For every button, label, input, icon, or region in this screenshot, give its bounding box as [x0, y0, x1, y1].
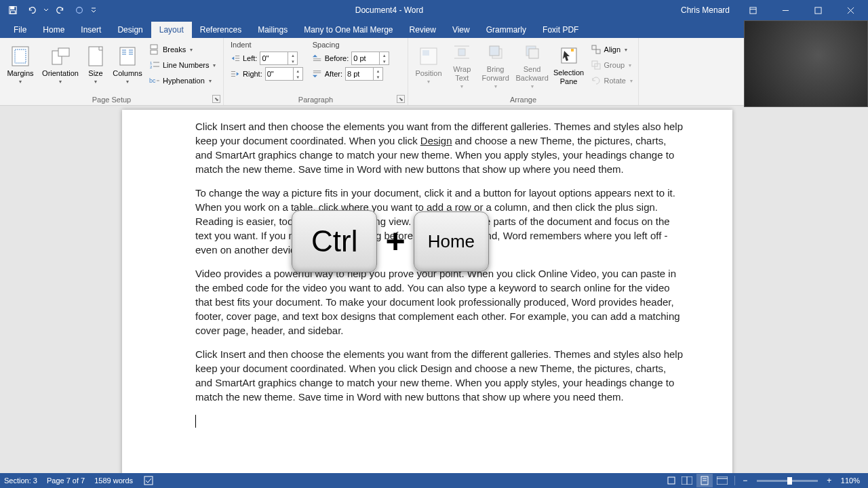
- ribbon-display-options[interactable]: [738, 0, 768, 20]
- svg-rect-52: [596, 49, 600, 54]
- group-label-page-setup: Page Setup: [3, 94, 220, 105]
- line-numbers-icon: 12: [149, 60, 160, 70]
- spacing-before-label: Before:: [325, 54, 349, 62]
- size-button[interactable]: Size▾: [83, 39, 108, 91]
- document-page[interactable]: Click Insert and then choose the element…: [122, 110, 732, 473]
- indent-right-input[interactable]: 0"▲▼: [265, 67, 303, 81]
- close-button[interactable]: [835, 0, 865, 20]
- zoom-percent[interactable]: 110%: [837, 476, 864, 485]
- svg-rect-62: [717, 476, 728, 485]
- group-paragraph: Indent Left: 0"▲▼ Right: 0"▲▼ Spacing Be…: [224, 38, 408, 105]
- rotate-icon: [591, 75, 601, 86]
- spacing-before-input[interactable]: 0 pt▲▼: [351, 52, 389, 65]
- read-mode-button[interactable]: [679, 474, 695, 487]
- bring-forward-button[interactable]: Bring Forward▾: [478, 39, 513, 91]
- status-section[interactable]: Section: 3: [4, 476, 37, 485]
- tab-mail-merge[interactable]: Many to One Mail Merge: [296, 22, 401, 38]
- status-bar: Section: 3 Page 7 of 7 1589 words − + 11…: [0, 473, 868, 488]
- spacing-after-label: After:: [325, 70, 342, 78]
- user-name[interactable]: Chris Menard: [681, 5, 730, 15]
- svg-rect-50: [571, 49, 574, 52]
- group-icon: [591, 60, 601, 70]
- indent-right-label: Right:: [243, 70, 262, 78]
- svg-rect-2: [11, 11, 16, 14]
- tab-review[interactable]: Review: [401, 22, 444, 38]
- zoom-slider[interactable]: [757, 480, 818, 482]
- hyphenation-button[interactable]: bc Hyphenation▾: [146, 73, 218, 88]
- macro-icon[interactable]: [665, 474, 677, 487]
- tab-grammarly[interactable]: Grammarly: [478, 22, 534, 38]
- page-setup-launcher[interactable]: ⬊: [212, 95, 220, 103]
- bring-forward-icon: [487, 41, 505, 64]
- wrap-text-icon: [453, 41, 471, 64]
- wrap-text-button[interactable]: Wrap Text▾: [448, 39, 477, 91]
- undo-dropdown[interactable]: [42, 7, 50, 13]
- tab-insert[interactable]: Insert: [73, 22, 109, 38]
- selection-pane-button[interactable]: Selection Pane: [551, 39, 587, 91]
- save-button[interactable]: [4, 1, 22, 19]
- ribbon: Margins▾ Orientation▾ Size▾ Columns▾ Bre…: [0, 38, 868, 106]
- tab-layout[interactable]: Layout: [151, 22, 192, 38]
- align-button[interactable]: Align▾: [588, 42, 635, 57]
- qat-customize[interactable]: [90, 7, 98, 13]
- margins-button[interactable]: Margins▾: [3, 39, 38, 91]
- tab-design[interactable]: Design: [109, 22, 151, 38]
- status-page[interactable]: Page 7 of 7: [47, 476, 85, 485]
- tab-view[interactable]: View: [444, 22, 478, 38]
- svg-rect-42: [458, 49, 465, 56]
- spelling-icon[interactable]: [142, 474, 155, 487]
- tab-file[interactable]: File: [5, 22, 35, 38]
- group-button[interactable]: Group▾: [588, 58, 635, 73]
- align-icon: [591, 44, 601, 55]
- design-link[interactable]: Design: [420, 135, 452, 146]
- send-backward-icon: [524, 41, 541, 64]
- svg-rect-48: [529, 49, 538, 58]
- svg-rect-41: [422, 50, 429, 56]
- paragraph[interactable]: Click Insert and then choose the element…: [195, 347, 685, 404]
- group-label-paragraph: Paragraph: [226, 94, 405, 105]
- paragraph[interactable]: [195, 413, 685, 428]
- ctrl-key: Ctrl: [292, 210, 377, 272]
- web-layout-button[interactable]: [714, 474, 730, 487]
- group-label-arrange: Arrange: [411, 94, 635, 105]
- undo-button[interactable]: [23, 1, 41, 19]
- touch-mode-button[interactable]: [71, 1, 88, 19]
- svg-rect-6: [814, 7, 821, 13]
- position-button[interactable]: Position▾: [411, 39, 446, 91]
- svg-point-3: [77, 7, 83, 14]
- selection-pane-icon: [560, 44, 578, 67]
- ribbon-tabs: File Home Insert Design Layout Reference…: [0, 20, 868, 38]
- svg-rect-1: [11, 7, 14, 9]
- print-layout-button[interactable]: [696, 474, 713, 487]
- svg-rect-55: [144, 476, 153, 485]
- breaks-button[interactable]: Breaks▾: [146, 42, 218, 57]
- hyphenation-icon: bc: [149, 75, 160, 86]
- indent-left-label: Left:: [243, 54, 257, 62]
- document-area[interactable]: Click Insert and then choose the element…: [0, 106, 868, 473]
- maximize-button[interactable]: [803, 0, 833, 20]
- minimize-button[interactable]: [770, 0, 800, 20]
- columns-button[interactable]: Columns▾: [110, 39, 145, 91]
- redo-button[interactable]: [52, 1, 69, 19]
- tab-foxit[interactable]: Foxit PDF: [534, 22, 587, 38]
- orientation-icon: [50, 45, 71, 68]
- group-arrange: Position▾ Wrap Text▾ Bring Forward▾ Send…: [408, 38, 639, 105]
- tab-references[interactable]: References: [192, 22, 250, 38]
- zoom-in-button[interactable]: +: [823, 474, 835, 487]
- paragraph[interactable]: Click Insert and then choose the element…: [195, 119, 685, 176]
- orientation-button[interactable]: Orientation▾: [39, 39, 81, 91]
- indent-left-input[interactable]: 0"▲▼: [260, 52, 298, 65]
- svg-rect-51: [592, 45, 596, 49]
- size-icon: [88, 45, 103, 68]
- paragraph[interactable]: Video provides a powerful way to help yo…: [195, 266, 685, 338]
- rotate-button[interactable]: Rotate▾: [588, 73, 635, 88]
- zoom-out-button[interactable]: −: [739, 474, 751, 487]
- tab-mailings[interactable]: Mailings: [250, 22, 296, 38]
- status-words[interactable]: 1589 words: [94, 476, 133, 485]
- indent-left-icon: [231, 54, 240, 63]
- spacing-after-input[interactable]: 8 pt▲▼: [345, 67, 383, 81]
- send-backward-button[interactable]: Send Backward▾: [515, 39, 550, 91]
- tab-home[interactable]: Home: [35, 22, 73, 38]
- line-numbers-button[interactable]: 12 Line Numbers▾: [146, 58, 218, 73]
- paragraph-launcher[interactable]: ⬊: [397, 95, 405, 103]
